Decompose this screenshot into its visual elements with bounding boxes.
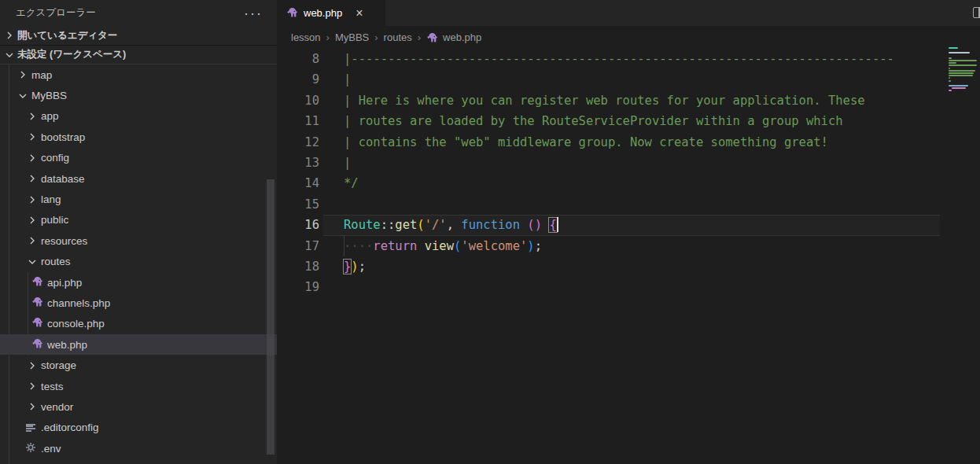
tree-row-public[interactable]: public (0, 210, 277, 230)
tree-row-partial[interactable] (0, 458, 277, 464)
tree-item-label: map (31, 69, 52, 81)
code-line-13[interactable]: 13| (277, 153, 980, 173)
tree-item-label: tests (41, 381, 64, 392)
tree-row-resources[interactable]: resources (0, 230, 277, 251)
tree-item-label: .editorconfig (41, 422, 99, 433)
code-line-17[interactable]: 17····return view('welcome'); (277, 236, 980, 256)
code-line-15[interactable]: 15 (277, 194, 980, 215)
tree-row-vendor[interactable]: vendor (0, 396, 277, 417)
minimap-line (949, 80, 951, 82)
tree-row-MyBBS[interactable]: MyBBS (0, 85, 277, 105)
php-icon (31, 297, 43, 309)
code-line-10[interactable]: 10| Here is where you can register web r… (277, 90, 980, 111)
tree-item-label: vendor (41, 401, 73, 413)
tree-row-web.php[interactable]: web.php (0, 334, 277, 355)
breadcrumb-item-web.php[interactable]: web.php (426, 31, 481, 43)
code-token: , (447, 218, 462, 232)
line-content: | Here is where you can register web rou… (344, 90, 865, 111)
chevron-right-icon (26, 214, 39, 226)
tree-row-lang[interactable]: lang (0, 189, 277, 209)
code-line-14[interactable]: 14*/ (277, 173, 980, 193)
more-actions-icon[interactable]: ··· (244, 9, 263, 17)
tab-web.php[interactable]: web.php× (277, 0, 385, 26)
code-token (542, 218, 549, 232)
line-content: | routes are loaded by the RouteServiceP… (344, 111, 843, 131)
line-number: 12 (277, 132, 319, 153)
tree-row-routes[interactable]: routes (0, 252, 277, 272)
chevron-down-icon (26, 256, 39, 268)
minimap-line (949, 75, 973, 76)
code-token: } (344, 260, 351, 274)
breadcrumb-item-lesson[interactable]: lesson (291, 31, 321, 43)
tree-row-api.php[interactable]: api.php (0, 272, 277, 293)
chevron-right-icon (26, 234, 39, 247)
tree-row-.env[interactable]: .env (0, 438, 277, 458)
tab-bar: web.php× (277, 0, 980, 26)
code-token: 'welcome' (461, 239, 527, 253)
tree-item-label: public (41, 214, 68, 226)
line-number: 10 (277, 90, 319, 111)
tree-item-label: bootstrap (41, 131, 85, 143)
chevron-right-icon (26, 400, 39, 413)
open-editors-section[interactable]: 開いているエディター (0, 26, 277, 45)
split-editor-icon[interactable] (973, 7, 980, 18)
minimap-line (949, 64, 977, 66)
breadcrumb: lesson›MyBBS›routes›web.php (277, 26, 980, 49)
sidebar-scrollbar[interactable] (267, 179, 274, 455)
tree-row-tests[interactable]: tests (0, 376, 277, 396)
tree-item-label: database (41, 173, 85, 185)
workspace-section[interactable]: 未設定 (ワークスペース) (0, 45, 277, 64)
tree-row-.editorconfig[interactable]: .editorconfig (0, 418, 277, 438)
code-token: ···· (344, 239, 373, 253)
minimap[interactable] (945, 47, 980, 149)
code-area[interactable]: 8|--------------------------------------… (277, 49, 980, 464)
code-line-16[interactable]: 16Route::get('/', function () { (277, 215, 980, 235)
code-token: | (344, 72, 351, 87)
tree-item-label: storage (41, 359, 76, 371)
tree-row-channels.php[interactable]: channels.php (0, 293, 277, 313)
editorconfig-icon (26, 424, 35, 432)
code-token (520, 218, 527, 232)
tree-row-database[interactable]: database (0, 168, 277, 189)
code-token: function (461, 218, 520, 232)
code-line-8[interactable]: 8|--------------------------------------… (277, 49, 980, 69)
code-line-19[interactable]: 19 (277, 277, 980, 297)
tree-row-storage[interactable]: storage (0, 355, 277, 375)
breadcrumb-label: routes (384, 31, 412, 43)
minimap-line (952, 87, 966, 89)
code-token: { (549, 218, 556, 232)
breadcrumb-label: web.php (443, 31, 481, 43)
line-number: 17 (277, 236, 319, 256)
tab-label: web.php (304, 7, 342, 19)
php-icon (286, 6, 298, 20)
minimap-line (949, 68, 950, 69)
breadcrumb-separator-icon: › (374, 31, 378, 43)
line-number: 14 (277, 173, 319, 193)
file-tree: mapMyBBSappbootstrapconfigdatabaselangpu… (0, 64, 277, 464)
breadcrumb-item-MyBBS[interactable]: MyBBS (335, 31, 369, 43)
code-line-18[interactable]: 18}); (277, 256, 980, 277)
tree-item-label: MyBBS (31, 90, 67, 101)
breadcrumb-item-routes[interactable]: routes (384, 31, 412, 43)
code-token: ( (454, 239, 461, 253)
code-line-12[interactable]: 12| contains the "web" middleware group.… (277, 132, 980, 153)
gear-icon (25, 442, 36, 455)
code-line-9[interactable]: 9| (277, 69, 980, 90)
tree-row-map[interactable]: map (0, 64, 277, 85)
workspace-label: 未設定 (ワークスペース) (17, 48, 126, 61)
line-content: }); (344, 256, 366, 277)
line-number: 13 (277, 153, 319, 173)
code-token: | Here is where you can register web rou… (344, 94, 865, 108)
breadcrumb-separator-icon: › (418, 31, 421, 43)
code-token: |---------------------------------------… (344, 52, 894, 66)
tree-row-config[interactable]: config (0, 148, 277, 168)
tree-row-bootstrap[interactable]: bootstrap (0, 127, 277, 147)
close-icon[interactable]: × (356, 7, 363, 20)
minimap-line (949, 72, 974, 74)
code-token: ( (417, 218, 424, 232)
minimap-line (949, 47, 958, 49)
line-content: */ (344, 173, 359, 193)
tree-row-app[interactable]: app (0, 106, 277, 127)
code-line-11[interactable]: 11| routes are loaded by the RouteServic… (277, 111, 980, 131)
tree-row-console.php[interactable]: console.php (0, 314, 277, 334)
